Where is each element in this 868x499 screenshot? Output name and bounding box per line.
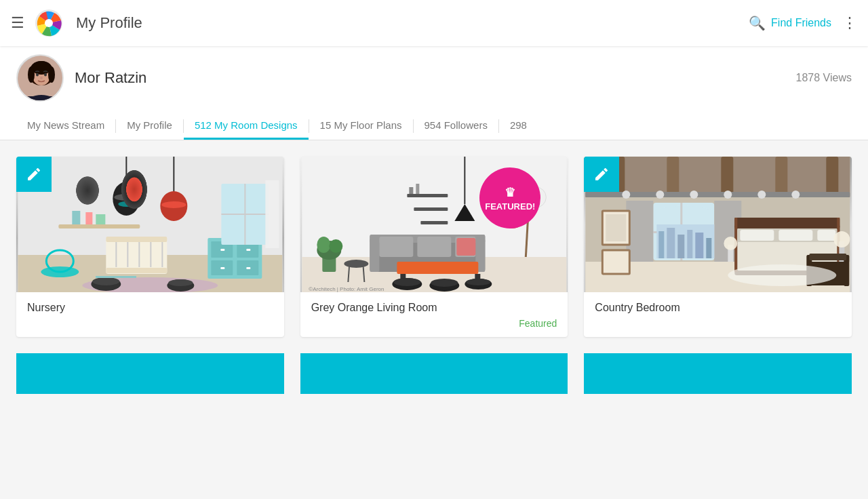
svg-rect-60 — [409, 187, 413, 194]
svg-rect-123 — [818, 230, 836, 241]
profile-bar: Mor Ratzin 1878 Views My News Stream My … — [0, 46, 868, 140]
svg-point-7 — [28, 66, 35, 83]
svg-rect-71 — [397, 262, 478, 274]
tab-following[interactable]: 298 — [499, 113, 538, 140]
find-friends-button[interactable]: 🔍 Find Friends — [749, 15, 831, 31]
svg-point-78 — [393, 278, 420, 286]
design-card-bedroom[interactable]: Country Bedroom — [584, 157, 852, 337]
svg-rect-137 — [659, 231, 665, 258]
svg-point-107 — [758, 191, 766, 199]
avatar — [16, 54, 64, 102]
svg-rect-57 — [407, 194, 448, 197]
svg-point-105 — [690, 191, 698, 199]
svg-rect-15 — [18, 255, 282, 292]
svg-rect-100 — [776, 157, 788, 196]
svg-text:©Architech | Photo: Amit Geron: ©Architech | Photo: Amit Geron — [309, 286, 384, 292]
nursery-scene — [16, 157, 284, 292]
svg-rect-14 — [18, 157, 282, 292]
tab-floor-plans[interactable]: 15 My Floor Plans — [309, 113, 413, 140]
svg-point-104 — [656, 191, 665, 199]
svg-point-9 — [36, 73, 39, 77]
bottom-row — [16, 353, 852, 394]
svg-rect-39 — [237, 260, 258, 275]
tab-followers[interactable]: 954 Followers — [414, 113, 498, 140]
design-grid: Nursery ♛ FEATURED! — [16, 157, 852, 337]
design-card-body-living: Grey Orange Living Room Featured — [300, 292, 568, 337]
svg-point-11 — [40, 77, 43, 79]
svg-point-49 — [167, 279, 194, 292]
tab-profile[interactable]: My Profile — [116, 113, 183, 140]
svg-point-125 — [834, 231, 850, 247]
header-title: My Profile — [76, 14, 142, 32]
design-card-title-living: Grey Orange Living Room — [311, 302, 557, 314]
design-card-title-nursery: Nursery — [27, 302, 273, 314]
svg-rect-27 — [106, 237, 167, 274]
svg-rect-101 — [827, 157, 839, 196]
hamburger-icon[interactable]: ☰ — [11, 14, 24, 32]
svg-rect-138 — [667, 228, 675, 258]
design-card-image-bedroom — [584, 157, 852, 292]
svg-rect-19 — [96, 214, 105, 224]
svg-rect-134 — [603, 250, 630, 274]
svg-rect-37 — [237, 241, 258, 258]
header-right: 🔍 Find Friends ⋮ — [749, 14, 857, 32]
bottom-card-inner-2 — [300, 353, 568, 394]
svg-rect-59 — [420, 221, 448, 224]
svg-rect-99 — [722, 157, 734, 196]
header-left: ☰ My Profile — [11, 7, 142, 39]
bottom-card-1[interactable] — [16, 353, 284, 394]
svg-rect-54 — [265, 180, 279, 248]
featured-badge: ♛ FEATURED! — [479, 167, 540, 228]
bottom-card-inner-1 — [16, 353, 284, 394]
logo-svg — [33, 7, 65, 39]
profile-name: Mor Ratzin — [75, 69, 146, 87]
svg-point-48 — [92, 277, 119, 285]
svg-rect-40 — [220, 249, 224, 251]
tab-room-designs[interactable]: 512 My Room Designs — [184, 113, 309, 140]
svg-rect-142 — [707, 238, 712, 258]
svg-rect-51 — [221, 184, 269, 245]
bottom-card-3[interactable] — [584, 353, 852, 394]
more-options-icon[interactable]: ⋮ — [842, 14, 857, 32]
svg-rect-98 — [667, 157, 679, 196]
edit-button-bedroom[interactable] — [584, 157, 619, 192]
svg-rect-28 — [106, 237, 167, 242]
tab-news-stream[interactable]: My News Stream — [16, 113, 115, 140]
svg-point-135 — [728, 264, 837, 286]
bottom-card-inner-3 — [584, 353, 852, 394]
find-friends-label: Find Friends — [771, 17, 831, 29]
profile-tabs: My News Stream My Profile 512 My Room De… — [16, 113, 852, 140]
svg-point-21 — [113, 182, 140, 216]
svg-rect-13 — [26, 96, 56, 102]
svg-point-8 — [48, 66, 55, 83]
svg-point-26 — [161, 201, 186, 208]
profile-info: Mor Ratzin 1878 Views — [16, 54, 852, 107]
svg-rect-29 — [106, 268, 167, 273]
bedroom-scene — [584, 157, 852, 292]
bottom-card-2[interactable] — [300, 353, 568, 394]
svg-rect-66 — [370, 235, 379, 272]
featured-badge-text: FEATURED! — [485, 201, 535, 212]
design-card-nursery[interactable]: Nursery — [16, 157, 284, 337]
svg-rect-141 — [696, 233, 704, 258]
svg-rect-116 — [735, 218, 840, 228]
design-card-living[interactable]: ♛ FEATURED! — [300, 157, 568, 337]
svg-rect-136 — [657, 224, 715, 258]
crown-icon: ♛ — [505, 185, 515, 200]
svg-point-74 — [344, 260, 368, 268]
svg-rect-68 — [379, 237, 413, 257]
svg-point-80 — [431, 279, 458, 287]
svg-rect-16 — [58, 224, 140, 228]
edit-button-nursery[interactable] — [16, 157, 52, 192]
svg-point-23 — [118, 201, 134, 207]
featured-label: Featured — [311, 318, 557, 329]
svg-point-50 — [168, 279, 193, 286]
svg-rect-43 — [246, 267, 250, 269]
design-card-body-bedroom: Country Bedroom — [584, 292, 852, 322]
svg-rect-17 — [72, 211, 80, 224]
svg-rect-58 — [414, 207, 448, 211]
svg-point-44 — [41, 266, 79, 277]
design-card-title-bedroom: Country Bedroom — [595, 302, 841, 314]
design-card-body-nursery: Nursery — [16, 292, 284, 322]
svg-point-85 — [317, 237, 330, 253]
